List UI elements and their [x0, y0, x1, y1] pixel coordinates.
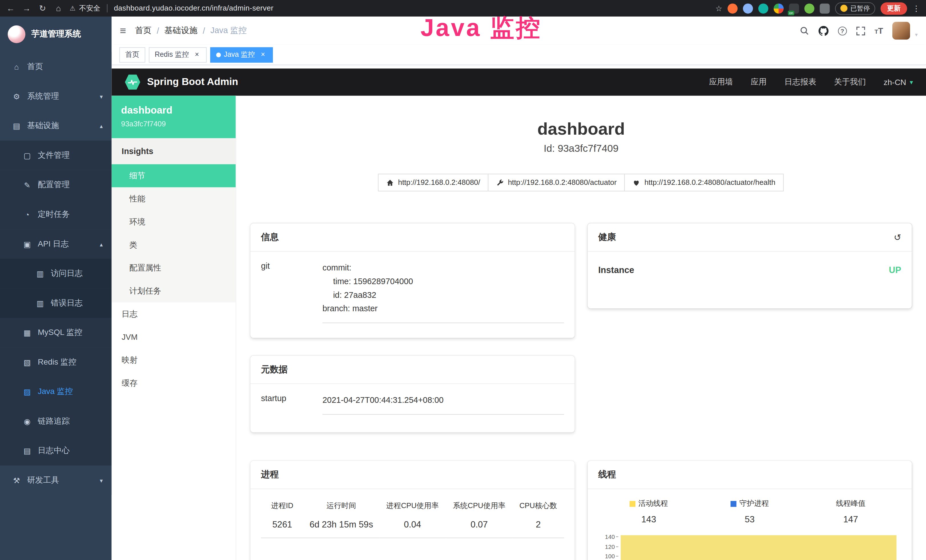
app-sidebar: 芋道管理系统 ⌂ 首页 ⚙ 系统管理 ▾ ▤ 基础设施 ▴ ▢ [0, 17, 112, 560]
forward-button[interactable]: → [22, 3, 31, 13]
app-title: 芋道管理系统 [31, 29, 81, 39]
sidebar-item-mysql-monitor[interactable]: ▦ MySQL 监控 [0, 318, 112, 348]
sidebar-item-file-management[interactable]: ▢ 文件管理 [0, 141, 112, 170]
text-size-icon[interactable]: TT [875, 26, 883, 35]
back-button[interactable]: ← [6, 3, 15, 13]
tab-redis-monitor[interactable]: Redis 监控 × [149, 47, 207, 62]
actuator-url-link[interactable]: http://192.168.0.2:48080/actuator [488, 174, 625, 191]
sba-nav-about[interactable]: 关于我们 [834, 77, 866, 87]
info-card-title: 信息 [250, 223, 575, 251]
sba-item-logs[interactable]: 日志 [112, 303, 236, 325]
sba-item-details[interactable]: 细节 [112, 164, 236, 188]
avatar[interactable] [893, 22, 910, 40]
sidebar-item-api-logs[interactable]: ▣ API 日志 ▴ [0, 229, 112, 259]
file-icon: ▢ [23, 151, 32, 160]
git-branch-line: branch: master [322, 302, 564, 316]
process-value: 5261 [261, 518, 303, 538]
sba-item-mappings[interactable]: 映射 [112, 349, 236, 372]
chevron-down-icon: ▾ [100, 477, 103, 484]
sba-item-scheduled-tasks[interactable]: 计划任务 [112, 279, 236, 303]
site-security-chip[interactable]: ⚠ 不安全 [70, 3, 100, 13]
close-icon[interactable]: × [259, 51, 267, 59]
git-id-line: id: 27aa832 [322, 288, 564, 302]
reload-button[interactable]: ↻ [38, 3, 47, 13]
status-badge: UP [889, 265, 901, 275]
sba-nav-wallboard[interactable]: 应用墙 [709, 77, 733, 87]
git-commit-line: commit: [322, 261, 564, 275]
sba-item-caches[interactable]: 缓存 [112, 372, 236, 395]
process-col-header: 系统CPU使用率 [446, 499, 513, 518]
extension-icon-grid[interactable] [774, 3, 784, 13]
sidebar-item-java-monitor[interactable]: ▨ Java 监控 [0, 377, 112, 407]
sba-item-config-props[interactable]: 配置属性 [112, 256, 236, 280]
history-icon[interactable]: ↺ [894, 232, 901, 242]
chart-y-axis: 140 120 100 [598, 533, 620, 560]
sidebar-item-scheduled-tasks[interactable]: ◔ 定时任务 [0, 200, 112, 229]
tab-java-monitor[interactable]: Java 监控 × [210, 47, 272, 62]
page-title: dashboard [250, 119, 912, 139]
service-url-link[interactable]: http://192.168.0.2:48080/ [378, 174, 488, 191]
legend-value: 53 [699, 514, 800, 524]
extension-icon-teal[interactable] [758, 3, 768, 13]
extension-icon-leaf[interactable] [804, 3, 814, 13]
app-logo [8, 26, 26, 43]
process-col-header: 进程ID [261, 499, 303, 518]
health-url-link[interactable]: http://192.168.0.2:48080/actuator/health [624, 174, 784, 191]
close-icon[interactable]: × [193, 51, 201, 59]
breadcrumb-home[interactable]: 首页 [135, 26, 151, 36]
sidebar-item-redis-monitor[interactable]: ▧ Redis 监控 [0, 348, 112, 377]
sba-item-environment[interactable]: 环境 [112, 210, 236, 233]
sba-item-metrics[interactable]: 性能 [112, 187, 236, 210]
locale-select[interactable]: zh-CN ▾ [884, 77, 913, 86]
gear-icon: ⚙ [12, 92, 21, 101]
sba-nav-applications[interactable]: 应用 [750, 77, 767, 87]
chevron-down-icon: ▾ [910, 78, 913, 86]
extension-icon-fox[interactable] [728, 3, 737, 13]
hamburger-icon[interactable]: ≡ [120, 24, 126, 37]
paused-button[interactable]: 已暂停 [835, 2, 875, 14]
breadcrumb-current: Java 监控 [210, 26, 247, 36]
instance-name: dashboard [121, 105, 227, 117]
sidebar-item-dev-tools[interactable]: ⚒ 研发工具 ▾ [0, 466, 112, 495]
sidebar-item-system-management[interactable]: ⚙ 系统管理 ▾ [0, 82, 112, 111]
sidebar-item-home[interactable]: ⌂ 首页 [0, 52, 112, 82]
sba-item-jvm[interactable]: JVM [112, 325, 236, 349]
browser-home-button[interactable]: ⌂ [54, 3, 63, 13]
sba-nav-journal[interactable]: 日志报表 [784, 77, 816, 87]
paused-label: 已暂停 [850, 4, 870, 12]
update-button[interactable]: 更新 [881, 2, 907, 14]
sba-navbar: Spring Boot Admin 应用墙 应用 日志报表 关于我们 zh-CN… [112, 68, 926, 95]
extension-icon-drop[interactable] [743, 3, 753, 13]
app-logo-row[interactable]: 芋道管理系统 [0, 17, 112, 52]
avatar-caret-icon[interactable]: ▾ [915, 32, 918, 38]
help-icon[interactable]: ? [838, 26, 847, 35]
browser-menu-kebab-icon[interactable]: ⋮ [912, 4, 920, 12]
sidebar-item-label: Java 监控 [38, 386, 73, 397]
search-icon[interactable] [799, 26, 809, 35]
breadcrumb-infrastructure[interactable]: 基础设施 [165, 26, 198, 36]
process-card: 进程 进程ID 运行时间 进程CPU使用率 [250, 461, 575, 560]
tab-home[interactable]: 首页 [119, 47, 145, 62]
process-value: 0.04 [379, 518, 446, 538]
sidebar-item-tracing[interactable]: ◉ 链路追踪 [0, 407, 112, 436]
document-icon: ▣ [23, 240, 32, 248]
extension-icon-switch[interactable]: on [789, 3, 799, 13]
log-center-icon: ▤ [23, 446, 32, 455]
sba-brand-title: Spring Boot Admin [147, 76, 238, 88]
sidebar-item-access-logs[interactable]: ▥ 访问日志 [0, 259, 112, 288]
sidebar-item-infrastructure[interactable]: ▤ 基础设施 ▴ [0, 111, 112, 141]
sba-item-classes[interactable]: 类 [112, 233, 236, 256]
tools-icon: ⚒ [12, 476, 21, 485]
url-text[interactable]: dashboard.yudao.iocoder.cn/infra/admin-s… [114, 4, 274, 12]
health-card-title: 健康 [598, 232, 616, 243]
sidebar-item-error-logs[interactable]: ▥ 错误日志 [0, 288, 112, 318]
sidebar-item-log-center[interactable]: ▤ 日志中心 [0, 436, 112, 466]
extension-puzzle-icon[interactable] [820, 3, 830, 13]
live-threads-area [620, 535, 896, 560]
sidebar-item-config-management[interactable]: ✎ 配置管理 [0, 170, 112, 200]
chevron-up-icon: ▴ [100, 123, 103, 129]
fullscreen-icon[interactable] [856, 26, 865, 35]
github-icon[interactable] [819, 26, 828, 36]
bookmark-star-icon[interactable]: ☆ [715, 4, 722, 12]
sidebar-item-label: 访问日志 [51, 268, 83, 279]
